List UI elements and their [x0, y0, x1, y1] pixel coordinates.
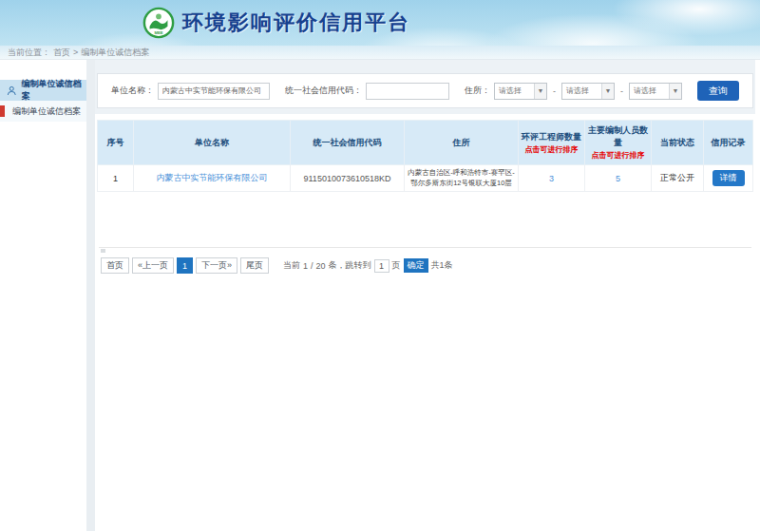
- page-size: 20: [316, 261, 326, 271]
- col-engineer-count-sortable[interactable]: 环评工程师数量 点击可进行排序: [519, 121, 585, 165]
- col-staff-count-sortable[interactable]: 主要编制人员数量 点击可进行排序: [585, 121, 652, 165]
- cell-engineer-count: 3: [519, 165, 585, 192]
- scrollbar-handle[interactable]: [101, 249, 105, 253]
- breadcrumb: 当前位置： 首页 > 编制单位诚信档案: [0, 46, 760, 60]
- col-staff-count-label: 主要编制人员数量: [588, 125, 648, 147]
- total-count: 共1条: [431, 259, 453, 272]
- address-separator: -: [553, 86, 556, 96]
- chevron-down-icon: ▼: [669, 84, 681, 99]
- breadcrumb-home-link[interactable]: 首页: [53, 47, 70, 59]
- sidebar-group-credit-archive[interactable]: 编制单位诚信档案: [0, 80, 86, 101]
- detail-button[interactable]: 详情: [712, 170, 745, 186]
- prev-page-button[interactable]: «上一页: [132, 257, 174, 274]
- main-panel: 单位名称： 统一社会信用代码： 住所： 请选择 ▼ - 请选择: [95, 60, 755, 531]
- sidebar-group-label: 编制单位诚信档案: [22, 78, 87, 103]
- unit-name-link[interactable]: 内蒙古中实节能环保有限公司: [157, 173, 268, 182]
- current-page: 1: [303, 261, 308, 271]
- address-city-select[interactable]: 请选择 ▼: [561, 83, 615, 100]
- breadcrumb-label: 当前位置：: [8, 47, 50, 59]
- cell-index: 1: [98, 165, 134, 192]
- address-district-select[interactable]: 请选择 ▼: [629, 83, 682, 100]
- col-credit-record: 信用记录: [704, 121, 753, 165]
- results-table: 序号 单位名称 统一社会信用代码 住所 环评工程师数量 点击可进行排序 主要编制…: [97, 120, 753, 192]
- results-table-wrap: 序号 单位名称 统一社会信用代码 住所 环评工程师数量 点击可进行排序 主要编制…: [95, 114, 755, 274]
- cell-unit-name: 内蒙古中实节能环保有限公司: [134, 165, 291, 192]
- breadcrumb-current: 编制单位诚信档案: [81, 47, 149, 59]
- table-header-row: 序号 单位名称 统一社会信用代码 住所 环评工程师数量 点击可进行排序 主要编制…: [98, 121, 753, 165]
- col-address: 住所: [405, 121, 519, 165]
- cell-address: 内蒙古自治区-呼和浩特市-赛罕区-鄂尔多斯东街12号银联大厦10层: [405, 165, 519, 192]
- sidebar: 编制单位诚信档案 编制单位诚信档案: [0, 60, 86, 531]
- sort-hint: 点击可进行排序: [586, 150, 650, 161]
- field-address: 住所： 请选择 ▼ - 请选择 ▼ - 请选择 ▼: [465, 83, 682, 100]
- svg-text:MEE: MEE: [154, 30, 162, 35]
- unit-name-input[interactable]: [158, 83, 270, 100]
- pagination: 首页 «上一页 1 下一页» 尾页 当前 1 / 20 条，跳转到 页 确定 共…: [97, 252, 753, 274]
- field-unit-name: 单位名称：: [111, 83, 270, 100]
- page-title: 环境影响评价信用平台: [182, 9, 410, 37]
- active-marker: [0, 105, 5, 117]
- sidebar-item-credit-archive[interactable]: 编制单位诚信档案: [0, 101, 86, 122]
- sidebar-item-label: 编制单位诚信档案: [12, 105, 81, 118]
- sidebar-divider: [86, 60, 95, 531]
- user-icon: [7, 86, 17, 96]
- col-index: 序号: [98, 121, 134, 165]
- search-form: 单位名称： 统一社会信用代码： 住所： 请选择 ▼ - 请选择: [97, 73, 753, 108]
- chevron-down-icon: ▼: [534, 84, 546, 99]
- unit-name-label: 单位名称：: [111, 85, 154, 97]
- mee-logo-icon: MEE: [142, 7, 175, 39]
- pagination-info: 当前 1 / 20 条，跳转到 页 确定 共1条: [283, 258, 453, 273]
- col-engineer-count-label: 环评工程师数量: [522, 132, 581, 142]
- col-status: 当前状态: [652, 121, 704, 165]
- table-row: 1 内蒙古中实节能环保有限公司 9115010073610518KD 内蒙古自治…: [98, 165, 753, 192]
- credit-code-input[interactable]: [366, 83, 449, 100]
- city-select-value: 请选择: [562, 86, 589, 96]
- field-credit-code: 统一社会信用代码：: [285, 83, 449, 100]
- province-select-value: 请选择: [495, 86, 522, 96]
- col-unit-name: 单位名称: [134, 121, 291, 165]
- table-scrollbar[interactable]: [99, 247, 751, 252]
- filter-band: 单位名称： 统一社会信用代码： 住所： 请选择 ▼ - 请选择: [95, 60, 755, 114]
- cell-credit-code: 9115010073610518KD: [291, 165, 405, 192]
- page-slash: /: [311, 261, 314, 271]
- cell-status: 正常公开: [652, 165, 704, 192]
- chevron-down-icon: ▼: [601, 84, 614, 99]
- next-page-button[interactable]: 下一页»: [196, 257, 238, 274]
- jump-unit: 页: [392, 259, 401, 272]
- staff-count-link[interactable]: 5: [616, 174, 620, 183]
- cell-credit-record: 详情: [704, 165, 753, 192]
- breadcrumb-separator: >: [73, 48, 78, 57]
- col-credit-code: 统一社会信用代码: [291, 121, 405, 165]
- confirm-jump-button[interactable]: 确定: [404, 258, 428, 273]
- address-separator: -: [620, 86, 623, 96]
- page-1-button[interactable]: 1: [177, 257, 193, 274]
- content-area: 编制单位诚信档案 编制单位诚信档案 单位名称： 统一社会信用代码： 住所：: [0, 60, 760, 531]
- table-empty-space: [97, 192, 753, 247]
- current-label: 当前: [283, 259, 300, 272]
- district-select-value: 请选择: [630, 86, 656, 96]
- credit-code-label: 统一社会信用代码：: [285, 85, 362, 97]
- app-header: MEE 环境影响评价信用平台: [0, 0, 760, 46]
- first-page-button[interactable]: 首页: [101, 257, 129, 274]
- address-province-select[interactable]: 请选择 ▼: [494, 83, 547, 100]
- last-page-button[interactable]: 尾页: [240, 257, 269, 274]
- sort-hint: 点击可进行排序: [520, 144, 583, 155]
- engineer-count-link[interactable]: 3: [549, 174, 554, 183]
- query-button[interactable]: 查询: [697, 81, 739, 101]
- jump-page-input[interactable]: [374, 259, 390, 273]
- jump-label: 条，跳转到: [329, 259, 371, 272]
- cell-staff-count: 5: [585, 165, 652, 192]
- address-label: 住所：: [465, 85, 490, 97]
